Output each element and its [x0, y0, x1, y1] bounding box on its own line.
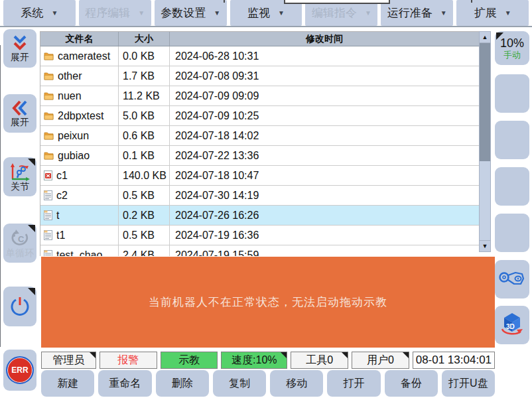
- column-header-modified[interactable]: 修改时间: [170, 32, 479, 46]
- window-edge-tick: [224, 0, 225, 3]
- menu-item-param-settings[interactable]: 参数设置 ▼: [155, 0, 227, 26]
- drag-teach-hand-icon: [498, 268, 526, 291]
- file-modified-cell: 2024-07-19 15:59: [170, 245, 479, 256]
- blank-button-2[interactable]: [495, 121, 529, 159]
- robot-status-message: 当前机器人不在正常状态，无法启动拖动示教: [41, 257, 495, 348]
- file-modified-cell: 2024-07-18 10:47: [170, 166, 479, 185]
- table-row[interactable]: gubiao0.1 KB2024-07-22 13:36: [40, 146, 479, 166]
- menu-item-label: 系统: [21, 5, 43, 21]
- double-chevron-down-icon: [10, 34, 30, 52]
- file-modified-cell: 2024-07-09 10:25: [170, 106, 479, 125]
- corner-mark-icon: [28, 225, 35, 232]
- table-row[interactable]: c20.5 KB2024-07-30 14:19: [40, 186, 479, 206]
- backup-button[interactable]: 备份: [385, 370, 438, 397]
- status-user-frame[interactable]: 用户0: [352, 352, 409, 369]
- file-modified-cell: 2024-07-19 16:36: [170, 226, 479, 245]
- joint-coordinate-button[interactable]: 关节: [3, 157, 36, 196]
- file-name-cell: peixun: [40, 126, 119, 145]
- file-name-text: peixun: [58, 130, 89, 142]
- folder-icon: [44, 131, 54, 140]
- scroll-down-icon[interactable]: ▼: [480, 240, 490, 251]
- chevron-down-icon: ▼: [214, 9, 220, 17]
- open-button[interactable]: 打开: [327, 370, 380, 397]
- expand-down-label: 展开: [11, 52, 29, 62]
- menu-item-label: 扩展: [474, 5, 497, 21]
- svg-text:3D: 3D: [506, 323, 515, 330]
- new-button[interactable]: 新建: [41, 370, 94, 397]
- single-cycle-label: 单循环: [6, 248, 34, 258]
- file-error-icon: [44, 170, 52, 180]
- menu-item-label: 监视: [247, 5, 270, 21]
- table-row[interactable]: 2dbpxtest5.0 KB2024-07-09 10:25: [40, 106, 479, 126]
- tool-text: 工具0: [306, 354, 333, 367]
- column-header-size[interactable]: 大小: [119, 32, 170, 46]
- expand-down-button[interactable]: 展开: [3, 29, 36, 68]
- blank-button-1[interactable]: [495, 74, 529, 113]
- corner-mark-icon: [28, 288, 35, 295]
- menu-item-label: 程序编辑: [85, 5, 130, 21]
- menu-item-label: 参数设置: [161, 5, 206, 21]
- file-modified-cell: 2024-07-18 14:02: [170, 126, 479, 145]
- document-icon: [44, 210, 52, 220]
- scroll-up-icon[interactable]: ▲: [480, 32, 490, 43]
- folder-icon: [44, 52, 54, 60]
- table-row[interactable]: nuen11.2 KB2024-07-09 09:09: [40, 86, 479, 106]
- delete-button[interactable]: 删除: [156, 370, 209, 397]
- file-name-text: t: [56, 210, 59, 222]
- copy-button[interactable]: 复制: [213, 370, 266, 397]
- column-header-filename[interactable]: 文件名: [40, 32, 119, 46]
- corner-mark-icon: [281, 352, 287, 358]
- double-chevron-left-icon: [10, 100, 30, 117]
- rename-button[interactable]: 重命名: [98, 370, 151, 397]
- scrollbar-thumb[interactable]: [480, 43, 490, 161]
- error-button[interactable]: ERR: [3, 350, 36, 391]
- table-scrollbar[interactable]: ▲ ▼: [479, 31, 491, 252]
- corner-mark-icon: [342, 352, 348, 358]
- file-name-cell: 2dbpxtest: [40, 106, 119, 125]
- blank-button-3[interactable]: [495, 167, 529, 206]
- status-teach-mode[interactable]: 示教: [161, 352, 218, 369]
- joint-label: 关节: [11, 182, 29, 192]
- expand-left-button[interactable]: 展开: [3, 94, 36, 133]
- menu-item-extension[interactable]: 扩展 ▼: [456, 0, 529, 26]
- table-row[interactable]: t10.5 KB2024-07-19 16:36: [40, 226, 479, 245]
- file-size-cell: 0.6 KB: [119, 126, 170, 145]
- table-row[interactable]: test_chao2.4 KB2024-07-19 15:59: [40, 245, 479, 256]
- file-size-cell: 140.0 KB: [119, 166, 170, 185]
- file-name-cell: c2: [40, 186, 119, 205]
- view-3d-button[interactable]: 3D: [495, 306, 529, 344]
- speed-mode-button[interactable]: 10% 手动: [495, 31, 529, 65]
- file-action-bar: 新建 重命名 删除 复制 移动 打开 备份 打开U盘: [41, 370, 495, 397]
- menu-item-run-prep[interactable]: 运行准备 ▼: [381, 0, 453, 26]
- user-level-text: 管理员: [52, 354, 84, 367]
- file-name-text: gubiao: [58, 150, 90, 162]
- menu-item-program-edit: 程序编辑 ▼: [79, 0, 151, 26]
- svg-text:C: C: [18, 234, 25, 244]
- open-usb-button[interactable]: 打开U盘: [442, 370, 495, 397]
- drag-teach-button[interactable]: [495, 260, 529, 298]
- datetime-text: 08-01 13:04:01: [416, 354, 492, 367]
- chevron-down-icon: ▼: [138, 9, 145, 17]
- status-speed[interactable]: 速度:10%: [221, 352, 287, 369]
- folder-icon: [44, 151, 54, 160]
- status-tool[interactable]: 工具0: [291, 352, 348, 369]
- table-row[interactable]: cameratest0.0 KB2024-06-28 10:31: [40, 46, 479, 66]
- document-icon: [44, 190, 52, 200]
- table-row[interactable]: other1.7 KB2024-07-08 09:31: [40, 66, 479, 86]
- folder-icon: [44, 92, 54, 100]
- file-size-cell: 0.2 KB: [119, 206, 170, 225]
- overlapping-window-edge: [284, 0, 390, 4]
- table-row[interactable]: peixun0.6 KB2024-07-18 14:02: [40, 126, 479, 146]
- blank-button-4[interactable]: [495, 214, 529, 252]
- move-button[interactable]: 移动: [270, 370, 323, 397]
- file-size-cell: 0.5 KB: [119, 186, 170, 205]
- speed-value: 10%: [500, 36, 524, 50]
- chevron-down-icon: ▼: [505, 9, 511, 17]
- power-button[interactable]: [3, 287, 36, 326]
- table-row[interactable]: t0.2 KB2024-07-26 16:26: [40, 206, 479, 226]
- menu-item-system[interactable]: 系统 ▼: [3, 0, 76, 26]
- file-name-cell: other: [40, 66, 119, 86]
- status-alarm[interactable]: 报警: [100, 352, 157, 369]
- table-row[interactable]: c1140.0 KB2024-07-18 10:47: [40, 166, 479, 186]
- status-user-level[interactable]: 管理员: [41, 352, 96, 369]
